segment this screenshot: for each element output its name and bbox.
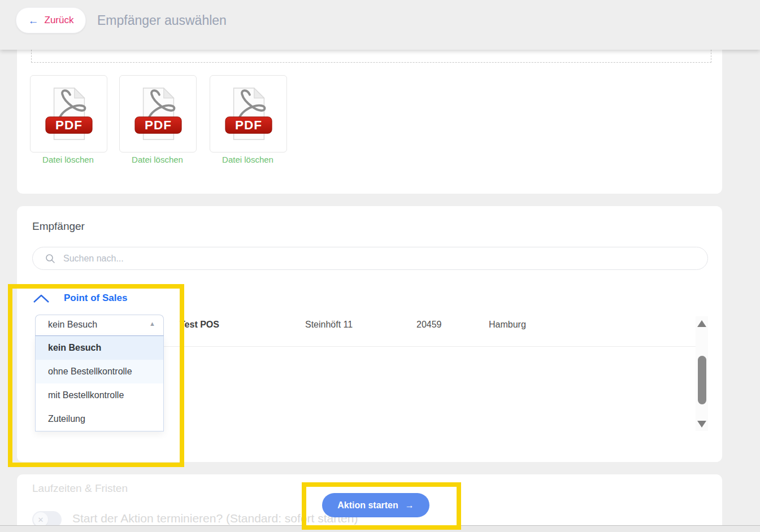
dropdown-option[interactable]: Zuteilung	[36, 407, 163, 431]
visit-filter-select[interactable]: kein Besuch ▲	[35, 315, 164, 335]
pdf-file-tile[interactable]: PDF	[30, 75, 107, 152]
search-icon	[45, 254, 55, 264]
row-name: Test POS	[180, 320, 219, 330]
pdf-file-tile[interactable]: PDF	[210, 75, 287, 152]
pdf-file-tile[interactable]: PDF	[119, 75, 197, 152]
app-root: PDF PDF PDF Datei löschen Datei löschen	[0, 0, 760, 532]
svg-text:PDF: PDF	[55, 118, 82, 132]
back-button-label: Zurück	[45, 15, 74, 26]
start-action-label: Aktion starten	[337, 500, 398, 511]
pdf-file-icon: PDF	[224, 86, 273, 142]
group-point-of-sales[interactable]: Point of Sales	[64, 293, 127, 304]
delete-file-link[interactable]: Datei löschen	[119, 155, 196, 164]
dropdown-option[interactable]: mit Bestellkontrolle	[36, 383, 163, 407]
toggle-off-icon: ✕	[38, 516, 44, 524]
back-button[interactable]: ← Zurück	[16, 7, 86, 33]
caret-up-icon: ▲	[149, 320, 155, 327]
scroll-down-arrow[interactable]	[697, 421, 706, 428]
durations-card: Laufzeiten & Fristen ✕ Start der Aktion …	[17, 474, 722, 525]
dropdown-option[interactable]: ohne Bestellkontrolle	[36, 360, 163, 383]
search-input[interactable]	[62, 253, 629, 264]
delete-file-link[interactable]: Datei löschen	[30, 155, 106, 164]
schedule-question-label: Start der Aktion terminieren? (Standard:…	[72, 512, 358, 525]
start-action-button[interactable]: Aktion starten →	[322, 493, 429, 517]
scrollbar-thumb[interactable]	[698, 356, 706, 404]
page-title: Empfänger auswählen	[97, 13, 227, 28]
recipients-title: Empfänger	[32, 220, 85, 233]
page-header: ← Zurück Empfänger auswählen	[0, 0, 760, 50]
file-dropzone[interactable]	[31, 50, 711, 63]
upload-card: PDF PDF PDF Datei löschen Datei löschen	[17, 50, 722, 194]
svg-text:PDF: PDF	[145, 118, 172, 132]
list-scrollbar[interactable]	[696, 316, 708, 431]
page-bottom-band	[0, 525, 760, 532]
scroll-up-arrow[interactable]	[697, 320, 706, 327]
arrow-right-icon: →	[405, 500, 414, 511]
pdf-file-icon: PDF	[133, 86, 183, 142]
durations-title: Laufzeiten & Fristen	[32, 482, 128, 495]
chevron-up-icon[interactable]	[33, 294, 50, 304]
recipients-card: Empfänger Point of Sales Test POS Steinh…	[17, 206, 722, 462]
dropdown-option[interactable]: kein Besuch	[36, 336, 163, 360]
svg-text:PDF: PDF	[235, 118, 262, 132]
row-city: Hamburg	[489, 320, 526, 330]
row-street: Steinhöft 11	[305, 320, 353, 330]
recipient-search[interactable]	[32, 247, 708, 270]
visit-filter-dropdown: kein Besuch ohne Bestellkontrolle mit Be…	[35, 335, 164, 431]
arrow-left-icon: ←	[28, 15, 39, 26]
select-value: kein Besuch	[48, 320, 97, 330]
pdf-file-icon: PDF	[44, 86, 94, 142]
delete-file-link[interactable]: Datei löschen	[210, 155, 286, 164]
row-zip: 20459	[416, 320, 442, 330]
